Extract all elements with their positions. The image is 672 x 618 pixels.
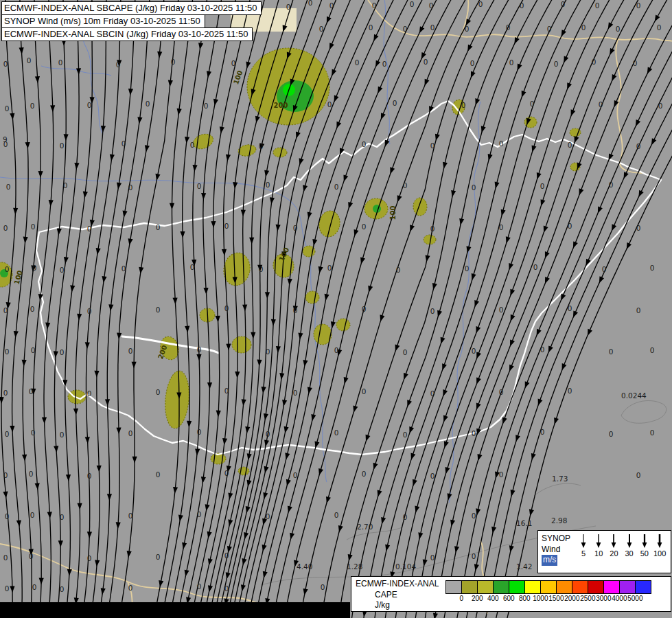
cape-tick-label: 0 [460, 595, 464, 602]
station-value: 0 [657, 23, 662, 32]
wind-legend-title: SYNOP [542, 534, 570, 545]
cape-tick-label: 1000 [533, 595, 548, 602]
station-value: 0 [121, 139, 126, 148]
station-value: 0 [327, 264, 332, 272]
station-value: 0 [520, 1, 524, 10]
station-value: 0 [472, 429, 476, 437]
hungary-border [36, 101, 661, 455]
cape-color-cell [635, 580, 651, 594]
station-value: 0 [128, 584, 133, 592]
cape-tick-label: 4000 [612, 595, 627, 602]
cape-color-cell [572, 580, 588, 594]
station-value: 0 [197, 182, 202, 190]
station-value: 0 [430, 23, 435, 32]
station-value: 0 [63, 181, 68, 190]
bottom-bar [0, 602, 350, 618]
station-value: 0 [547, 25, 552, 33]
station-value: 0 [499, 139, 504, 148]
station-value: 0 [568, 222, 572, 230]
station-value: 0 [293, 389, 298, 397]
station-value: 0 [329, 1, 334, 10]
station-value: 2.98 [551, 516, 567, 525]
station-value: 0 [259, 142, 264, 150]
station-value: 0 [224, 304, 229, 312]
station-value: 0 [3, 306, 8, 314]
station-value: 0 [128, 347, 133, 355]
station-value: 0 [29, 470, 34, 478]
wind-speed-label: 10 [592, 549, 605, 558]
station-value: 0 [362, 470, 367, 478]
title-block: ECMWF-INDEX-ANAL SBCAPE (J/kg) Friday 03… [1, 1, 262, 41]
station-value: 0 [430, 389, 435, 398]
station-value: 1.28 [347, 562, 362, 571]
station-value: 1.73 [552, 474, 568, 483]
station-value: 0 [156, 223, 161, 231]
station-value: 0 [231, 59, 236, 67]
cape-legend-unit: J/kg [356, 600, 439, 611]
station-value: 9 [3, 135, 8, 144]
station-value: 0 [430, 553, 435, 562]
cape-tick-label: 3000 [596, 595, 611, 602]
cape-legend: ECMWF-INDEX-ANAL CAPE J/kg 0200400600800… [351, 576, 671, 612]
station-value: 0 [190, 141, 195, 149]
station-value: 0 [3, 60, 8, 68]
station-value: 0 [31, 428, 36, 437]
station-value: 0 [636, 306, 641, 314]
station-value: 0 [171, 58, 176, 66]
station-value: 0 [403, 181, 408, 190]
cape-color-cell [603, 580, 620, 594]
station-value: 0 [3, 389, 8, 397]
station-value: 0 [116, 60, 121, 69]
station-value: 0 [509, 58, 514, 67]
station-value: 0 [87, 472, 92, 480]
station-value: 0 [636, 142, 641, 150]
station-value: 0 [5, 347, 10, 356]
station-value: 0 [224, 222, 229, 230]
station-value: 0 [197, 345, 202, 354]
border-layer [36, 101, 661, 455]
station-value: 0 [5, 104, 10, 113]
station-value: 0 [362, 140, 367, 148]
station-value: 0 [224, 551, 229, 560]
station-value: 0 [540, 182, 545, 190]
station-value: 0 [190, 263, 195, 271]
station-value: 0 [87, 101, 92, 109]
station-value: 0 [121, 264, 126, 273]
cape-color-cell [619, 580, 636, 594]
station-value: 0 [156, 388, 161, 396]
station-value: 0 [568, 304, 572, 312]
station-value: 0 [319, 25, 324, 33]
station-value: 0 [32, 264, 37, 272]
wind-arrow-icon [638, 534, 651, 549]
station-value: 0 [334, 346, 339, 354]
station-value: 0 [355, 58, 360, 67]
station-value: 0 [60, 513, 65, 521]
station-value: 0 [60, 141, 65, 150]
station-value: 0 [429, 1, 434, 10]
station-value: 0.0244 [621, 391, 647, 400]
cape-color-cell [540, 580, 557, 594]
cape-tick-label: 1500 [548, 595, 564, 602]
wind-arrow-icon [577, 534, 590, 549]
map-canvas: 1002001001001002000000000000000000000000… [0, 0, 672, 618]
cape-tick-label: 2500 [580, 595, 595, 602]
station-value: 4.40 [297, 562, 312, 571]
station-value: 0 [204, 102, 209, 110]
wind-speed-label: 5 [577, 549, 590, 558]
wind-arrow-icon [607, 534, 620, 549]
station-value: 0 [266, 430, 270, 438]
station-value: 0 [430, 225, 435, 233]
station-value: 0 [197, 510, 202, 518]
cape-color-cell [509, 580, 525, 594]
station-value: 0 [5, 584, 10, 593]
station-value: 0 [156, 553, 161, 561]
station-value: 0 [372, 1, 377, 10]
cape-color-cell [556, 580, 572, 594]
station-value: 0 [430, 472, 435, 480]
station-value: 0 [568, 141, 572, 149]
station-value: 0 [5, 430, 10, 438]
cape-tick-label: 200 [472, 595, 483, 602]
station-value: 0 [308, 0, 313, 7]
station-value: 0 [650, 264, 655, 272]
station-value: 0 [327, 100, 332, 108]
